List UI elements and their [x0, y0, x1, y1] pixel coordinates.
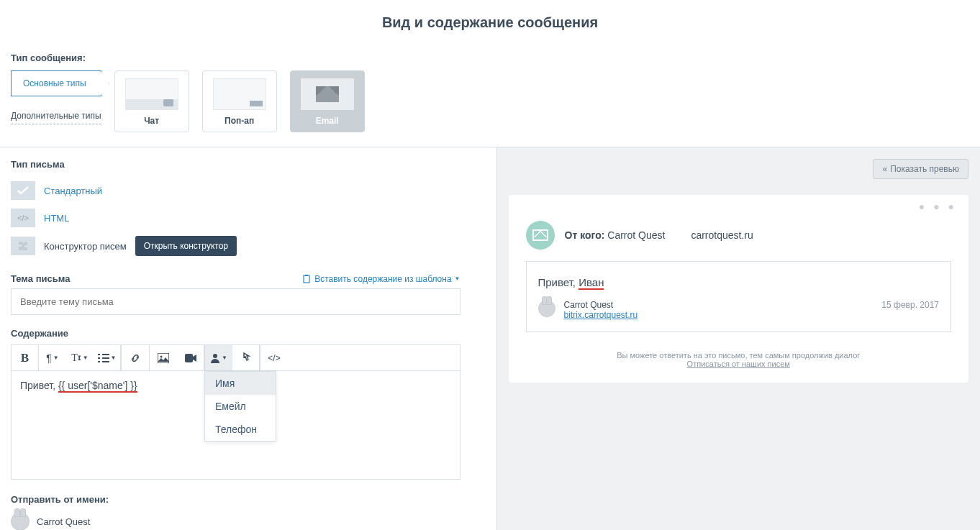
- list-button[interactable]: ▼: [94, 345, 121, 370]
- insert-template-link[interactable]: Вставить содержание из шаблона ▼: [303, 274, 460, 284]
- subject-label: Тема письма: [11, 273, 70, 284]
- extra-types-link[interactable]: Дополнительные типы: [11, 108, 101, 124]
- svg-rect-1: [305, 275, 308, 276]
- preview-from: От кого: Carrot Questcarrotquest.ru: [565, 229, 753, 241]
- button-insert-button[interactable]: [232, 345, 260, 370]
- user-variable-button[interactable]: ▼ Имя Емейл Телефон: [205, 345, 232, 370]
- dropdown-item-name[interactable]: Имя: [205, 372, 276, 395]
- preview-date: 15 февр. 2017: [881, 300, 939, 310]
- from-label: Отправить от имени:: [11, 480, 460, 512]
- content-label: Содержание: [11, 315, 460, 344]
- type-label: Тип сообщения:: [0, 52, 980, 70]
- image-button[interactable]: [150, 345, 177, 370]
- link-button[interactable]: [122, 345, 149, 370]
- checkmark-icon[interactable]: [11, 181, 35, 200]
- from-name: Carrot Quest: [37, 516, 90, 527]
- email-preview: ● ● ● От кого: Carrot Questcarrotquest.r…: [509, 195, 969, 383]
- code-icon[interactable]: </>: [11, 209, 35, 227]
- email-type-standard[interactable]: Стандартный: [44, 186, 102, 196]
- paragraph-button[interactable]: ¶▼: [39, 345, 66, 370]
- unsubscribe-link[interactable]: Отписаться от наших писем: [687, 360, 790, 368]
- svg-rect-0: [304, 275, 309, 283]
- avatar-icon: [538, 300, 555, 317]
- svg-rect-4: [185, 354, 193, 362]
- chevron-down-icon: ▼: [455, 275, 460, 282]
- puzzle-icon[interactable]: [11, 237, 35, 255]
- email-type-constructor: Конструктор писем: [44, 241, 127, 252]
- double-chevron-left-icon: «: [882, 164, 887, 174]
- svg-point-5: [213, 354, 217, 358]
- type-card-email[interactable]: Email: [290, 70, 365, 132]
- fontsize-button[interactable]: T𝗜▼: [66, 345, 94, 370]
- subject-input[interactable]: [11, 288, 460, 315]
- video-button[interactable]: [177, 345, 204, 370]
- svg-point-3: [160, 355, 163, 357]
- page-title: Вид и содержание сообщения: [0, 0, 980, 52]
- email-type-label: Тип письма: [11, 159, 460, 177]
- preview-footer: Вы можете ответить на это письмо, тем са…: [509, 332, 969, 383]
- open-constructor-button[interactable]: Открыть конструктор: [135, 236, 237, 256]
- show-preview-button[interactable]: « Показать превью: [873, 159, 968, 179]
- dropdown-item-email[interactable]: Емейл: [205, 395, 276, 418]
- signature-link[interactable]: bitrix.carrotquest.ru: [564, 310, 638, 320]
- user-variable-dropdown: Имя Емейл Телефон: [204, 371, 276, 442]
- email-type-html[interactable]: HTML: [44, 213, 69, 224]
- paste-icon: [303, 275, 312, 283]
- main-types-pill[interactable]: Основные типы: [11, 70, 101, 96]
- type-card-chat[interactable]: Чат: [114, 70, 189, 132]
- toolbar: B ¶▼ T𝗜▼ ▼ ▼ Имя Емейл Те: [12, 345, 460, 371]
- type-card-chat-label: Чат: [144, 116, 159, 126]
- type-card-email-label: Email: [316, 116, 339, 126]
- envelope-icon: [526, 221, 555, 250]
- avatar-icon: [11, 512, 30, 530]
- dropdown-item-phone[interactable]: Телефон: [205, 418, 276, 441]
- bold-button[interactable]: B: [12, 345, 39, 370]
- editor: B ¶▼ T𝗜▼ ▼ ▼ Имя Емейл Те: [11, 344, 460, 480]
- code-view-button[interactable]: </>: [260, 345, 288, 370]
- window-dots: ● ● ●: [509, 195, 969, 218]
- type-card-popup-label: Поп-ап: [224, 116, 254, 126]
- preview-body: Привет, Иван: [538, 276, 940, 288]
- type-card-popup[interactable]: Поп-ап: [202, 70, 277, 132]
- preview-signature: Carrot Quest bitrix.carrotquest.ru: [564, 300, 638, 320]
- from-selector[interactable]: Carrot Quest: [11, 512, 460, 530]
